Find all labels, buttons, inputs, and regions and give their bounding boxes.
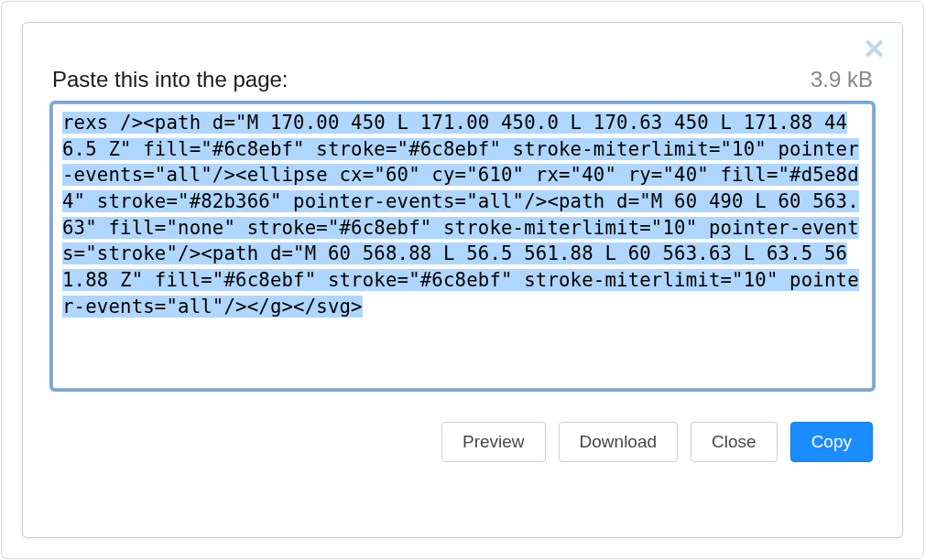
preview-button[interactable]: Preview <box>441 422 546 462</box>
export-dialog: ✕ Paste this into the page: 3.9 kB rexs … <box>22 22 903 538</box>
close-button[interactable]: Close <box>691 422 778 462</box>
copy-button[interactable]: Copy <box>790 422 873 462</box>
code-textarea[interactable]: rexs /><path d="M 170.00 450 L 171.00 45… <box>52 103 873 389</box>
button-row: Preview Download Close Copy <box>23 389 902 490</box>
dialog-header: Paste this into the page: 3.9 kB <box>23 23 902 102</box>
file-size-label: 3.9 kB <box>811 67 873 92</box>
dialog-title: Paste this into the page: <box>52 67 288 92</box>
code-area-wrapper: rexs /><path d="M 170.00 450 L 171.00 45… <box>52 103 873 389</box>
close-icon[interactable]: ✕ <box>863 36 886 63</box>
download-button[interactable]: Download <box>559 422 679 462</box>
dialog-wrapper: ✕ Paste this into the page: 3.9 kB rexs … <box>1 1 924 559</box>
